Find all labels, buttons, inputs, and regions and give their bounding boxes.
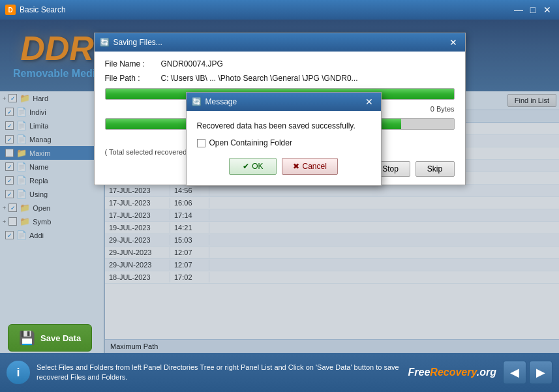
main-window: D Basic Search — □ ✕ DDR Removable Media…	[0, 0, 559, 392]
ok-button[interactable]: ✔ OK	[229, 158, 277, 175]
saving-dialog-icon: 🔄	[100, 38, 110, 47]
file-name-label: File Name :	[105, 59, 157, 68]
message-text: Recovered data has been saved successful…	[197, 121, 370, 130]
message-title-left: 🔄 Message	[192, 97, 237, 106]
maximize-button[interactable]: □	[526, 3, 539, 16]
message-buttons: ✔ OK ✖ Cancel	[197, 158, 370, 175]
title-bar: D Basic Search — □ ✕	[0, 0, 559, 20]
info-icon: i	[7, 361, 30, 384]
app-icon: D	[5, 5, 16, 15]
message-title: Message	[205, 97, 237, 106]
forward-button[interactable]: ▶	[529, 361, 552, 384]
ok-label: OK	[252, 162, 263, 171]
saving-dialog-title: Saving Files...	[113, 38, 162, 47]
brand-recovery: Recovery	[430, 367, 476, 378]
saving-dialog-close-button[interactable]: ✕	[447, 36, 460, 49]
brand-free: Free	[408, 367, 431, 378]
file-name-field: File Name : GNDR00074.JPG	[105, 59, 455, 68]
bottom-info-text: Select Files and Folders from left Panel…	[37, 363, 402, 383]
nav-buttons: ◀ ▶	[503, 361, 552, 384]
message-title-bar: 🔄 Message ✕	[187, 93, 381, 111]
message-icon: 🔄	[192, 97, 202, 106]
cancel-button[interactable]: ✖ Cancel	[282, 158, 337, 175]
cancel-x-icon: ✖	[293, 162, 299, 171]
title-bar-controls: — □ ✕	[512, 3, 554, 16]
saving-dialog-title-bar: 🔄 Saving Files... ✕	[95, 33, 465, 52]
title-bar-left: D Basic Search	[5, 5, 66, 15]
file-path-label: File Path :	[105, 74, 157, 83]
brand-area: FreeRecovery.org	[408, 367, 496, 378]
open-folder-row: Open Containing Folder	[197, 138, 370, 147]
save-data-button[interactable]: 💾 Save Data	[8, 324, 92, 352]
brand-org: .org	[477, 367, 496, 378]
message-body: Recovered data has been saved successful…	[187, 111, 381, 185]
save-data-label: Save Data	[40, 333, 81, 343]
message-dialog: 🔄 Message ✕ Recovered data has been save…	[186, 92, 382, 186]
open-folder-checkbox[interactable]	[197, 139, 205, 147]
minimize-button[interactable]: —	[512, 3, 525, 16]
back-button[interactable]: ◀	[503, 361, 526, 384]
saving-files-dialog: 🔄 Saving Files... ✕ File Name : GNDR0007…	[94, 33, 466, 185]
saving-dialog-title-left: 🔄 Saving Files...	[100, 38, 162, 47]
open-folder-label: Open Containing Folder	[209, 138, 292, 147]
message-close-button[interactable]: ✕	[363, 95, 376, 108]
ok-checkmark-icon: ✔	[243, 162, 249, 171]
modal-backdrop: 🔄 Saving Files... ✕ File Name : GNDR0007…	[0, 20, 559, 353]
save-disk-icon: 💾	[19, 330, 35, 346]
window-title: Basic Search	[20, 5, 66, 14]
file-name-value: GNDR00074.JPG	[161, 59, 223, 68]
bottom-bar: i Select Files and Folders from left Pan…	[0, 353, 559, 392]
close-button[interactable]: ✕	[541, 3, 554, 16]
brand-logo: FreeRecovery.org	[408, 367, 496, 378]
cancel-label: Cancel	[302, 162, 326, 171]
file-path-field: File Path : C: \Users \IB\ ... \Photo Se…	[105, 74, 455, 83]
skip-button[interactable]: Skip	[415, 161, 455, 177]
file-path-value: C: \Users \IB\ ... \Photo Search \Genera…	[161, 74, 358, 83]
